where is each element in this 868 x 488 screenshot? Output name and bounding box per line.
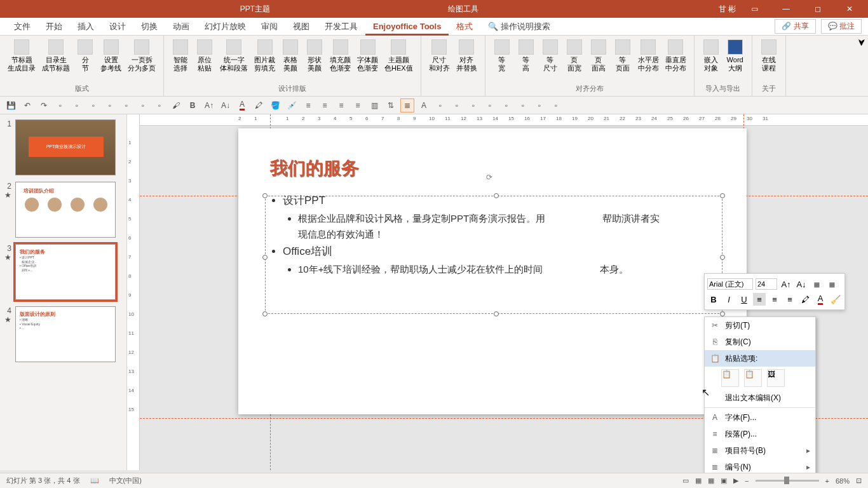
font-color-icon[interactable]: A bbox=[814, 293, 827, 306]
slideshow-icon[interactable]: ▶ bbox=[733, 477, 738, 485]
tab-design[interactable]: 设计 bbox=[102, 18, 133, 36]
align-right-icon[interactable]: ≡ bbox=[334, 98, 348, 112]
rotate-handle-icon[interactable]: ⟳ bbox=[486, 173, 492, 182]
qat-icon[interactable]: ▫ bbox=[136, 98, 150, 112]
font-shrink-icon[interactable]: A↓ bbox=[219, 98, 233, 112]
btn-eq-page[interactable]: 等 页面 bbox=[611, 38, 634, 83]
align-center-icon[interactable]: ≡ bbox=[768, 293, 781, 306]
canvas-area[interactable]: 21 123 456 789 101112 131415 161718 1920… bbox=[140, 114, 868, 470]
zoom-slider[interactable] bbox=[756, 480, 819, 482]
ctx-font[interactable]: A字体(F)... bbox=[705, 409, 815, 426]
search-help[interactable]: 🔍 操作说明搜索 bbox=[480, 18, 558, 36]
columns-icon[interactable]: ▥ bbox=[367, 98, 381, 112]
indent-left-icon[interactable]: ≣ bbox=[810, 278, 823, 290]
qat-icon[interactable]: ▫ bbox=[70, 98, 84, 112]
tab-enjoyoffice[interactable]: Enjoyoffice Tools bbox=[365, 18, 449, 36]
comment-button[interactable]: 💬 批注 bbox=[821, 19, 862, 34]
btn-table-beauty[interactable]: 表格 美颜 bbox=[279, 38, 302, 83]
slide-counter[interactable]: 幻灯片 第 3 张，共 4 张 bbox=[6, 476, 80, 485]
align-justify-icon[interactable]: ≡ bbox=[351, 98, 365, 112]
fit-window-icon[interactable]: ⊡ bbox=[856, 477, 862, 485]
share-button[interactable]: 🔗 共享 bbox=[775, 19, 815, 34]
bullets-icon[interactable]: ≣ bbox=[400, 98, 414, 112]
ctx-paragraph[interactable]: ≡段落(P)... bbox=[705, 426, 815, 442]
save-icon[interactable]: 💾 bbox=[4, 98, 18, 112]
btn-eq-size[interactable]: 等 尺寸 bbox=[539, 38, 562, 83]
italic-icon[interactable]: I bbox=[722, 293, 735, 306]
tab-insert[interactable]: 插入 bbox=[70, 18, 102, 36]
format-painter-icon[interactable]: 🧹 bbox=[829, 293, 842, 306]
btn-align-replace[interactable]: 对齐 并替换 bbox=[454, 38, 480, 92]
reading-view-icon[interactable]: ▣ bbox=[721, 477, 727, 485]
tab-developer[interactable]: 开发工具 bbox=[317, 18, 365, 36]
btn-page-height[interactable]: 页 面高 bbox=[587, 38, 610, 83]
btn-section[interactable]: 分 节 bbox=[74, 38, 97, 83]
bold-icon[interactable]: B bbox=[186, 98, 200, 112]
qat-icon[interactable]: ▫ bbox=[532, 98, 546, 112]
tab-review[interactable]: 审阅 bbox=[254, 18, 285, 36]
language-status[interactable]: 中文(中国) bbox=[109, 476, 142, 485]
align-left-icon[interactable]: ≡ bbox=[753, 293, 766, 306]
underline-icon[interactable]: U bbox=[738, 293, 750, 306]
btn-page-width[interactable]: 页 面宽 bbox=[563, 38, 586, 83]
btn-unify-font[interactable]: 统一字 体和段落 bbox=[217, 38, 250, 83]
indent-right-icon[interactable]: ≣ bbox=[825, 278, 838, 290]
line-spacing-icon[interactable]: ⇅ bbox=[384, 98, 398, 112]
ribbon-options-icon[interactable]: ▭ bbox=[741, 0, 768, 18]
textbox-icon[interactable]: A bbox=[417, 98, 431, 112]
ctx-cut[interactable]: ✂剪切(T) bbox=[705, 317, 815, 334]
spellcheck-icon[interactable]: 📖 bbox=[90, 477, 99, 485]
zoom-level[interactable]: 68% bbox=[836, 477, 850, 485]
font-grow-icon[interactable]: A↑ bbox=[202, 98, 216, 112]
ctx-bullets[interactable]: ≣项目符号(B)▸ bbox=[705, 442, 815, 459]
ctx-copy[interactable]: ⎘复制(C) bbox=[705, 334, 815, 350]
qat-icon[interactable]: ▫ bbox=[103, 98, 117, 112]
font-size-input[interactable] bbox=[756, 278, 777, 290]
tab-view[interactable]: 视图 bbox=[285, 18, 317, 36]
tab-slideshow[interactable]: 幻灯片放映 bbox=[197, 18, 254, 36]
notes-icon[interactable]: ▭ bbox=[682, 477, 689, 485]
btn-fill-gradient[interactable]: 填充颜 色渐变 bbox=[327, 38, 353, 83]
tab-format[interactable]: 格式 bbox=[449, 18, 480, 36]
btn-size-align[interactable]: 尺寸 和对齐 bbox=[426, 38, 452, 92]
highlight-icon[interactable]: 🖍 bbox=[799, 293, 811, 306]
ctx-exit-text[interactable]: 退出文本编辑(X) bbox=[705, 390, 815, 406]
shape-fill-icon[interactable]: 🪣 bbox=[268, 98, 282, 112]
btn-paste-inplace[interactable]: 原位 粘贴 bbox=[193, 38, 216, 83]
sorter-view-icon[interactable]: ▦ bbox=[708, 477, 714, 485]
btn-embed[interactable]: 嵌入 对象 bbox=[700, 38, 722, 83]
thumbnail-1[interactable]: PPT商业板演示设计 bbox=[15, 119, 116, 175]
paste-option-3[interactable]: 🖼 bbox=[767, 369, 785, 387]
qat-icon[interactable]: ▫ bbox=[516, 98, 530, 112]
btn-font-gradient[interactable]: 字体颜 色渐变 bbox=[355, 38, 381, 83]
btn-split-page[interactable]: 一页拆 分为多页 bbox=[125, 38, 158, 83]
btn-gen-toc[interactable]: 节标题 生成目录 bbox=[5, 38, 38, 83]
btn-eq-width[interactable]: 等 宽 bbox=[491, 38, 513, 83]
shrink-font-icon[interactable]: A↓ bbox=[795, 278, 808, 290]
btn-guides[interactable]: 设置 参考线 bbox=[98, 38, 124, 83]
qat-icon[interactable]: ▫ bbox=[86, 98, 100, 112]
btn-word-outline[interactable]: Word 大纲 bbox=[724, 38, 747, 83]
qat-icon[interactable]: ▫ bbox=[433, 98, 447, 112]
paste-option-2[interactable]: 📋 bbox=[744, 369, 762, 387]
tab-transition[interactable]: 切换 bbox=[133, 18, 165, 36]
redo-icon[interactable]: ↷ bbox=[37, 98, 51, 112]
btn-hdist[interactable]: 水平居 中分布 bbox=[635, 38, 661, 83]
qat-icon[interactable]: ▫ bbox=[499, 98, 513, 112]
tab-file[interactable]: 文件 bbox=[6, 18, 38, 36]
btn-shape-beauty[interactable]: 形状 美颜 bbox=[303, 38, 326, 83]
align-right-icon[interactable]: ≡ bbox=[783, 293, 796, 306]
btn-img-crop[interactable]: 图片裁 剪填充 bbox=[252, 38, 278, 83]
qat-icon[interactable]: ▫ bbox=[466, 98, 480, 112]
btn-eq-height[interactable]: 等 高 bbox=[515, 38, 538, 83]
font-color-icon[interactable]: A bbox=[235, 98, 249, 112]
qat-icon[interactable]: ▫ bbox=[450, 98, 464, 112]
qat-icon[interactable]: ▫ bbox=[119, 98, 133, 112]
paste-option-1[interactable]: 📋 bbox=[721, 369, 739, 387]
text-selection-box[interactable] bbox=[265, 196, 722, 314]
eyedropper-icon[interactable]: 💉 bbox=[285, 98, 299, 112]
align-left-icon[interactable]: ≡ bbox=[301, 98, 315, 112]
maximize-icon[interactable]: ◻ bbox=[804, 0, 831, 18]
grow-font-icon[interactable]: A↑ bbox=[780, 278, 792, 290]
slide-title[interactable]: 我们的服务 bbox=[270, 156, 359, 180]
